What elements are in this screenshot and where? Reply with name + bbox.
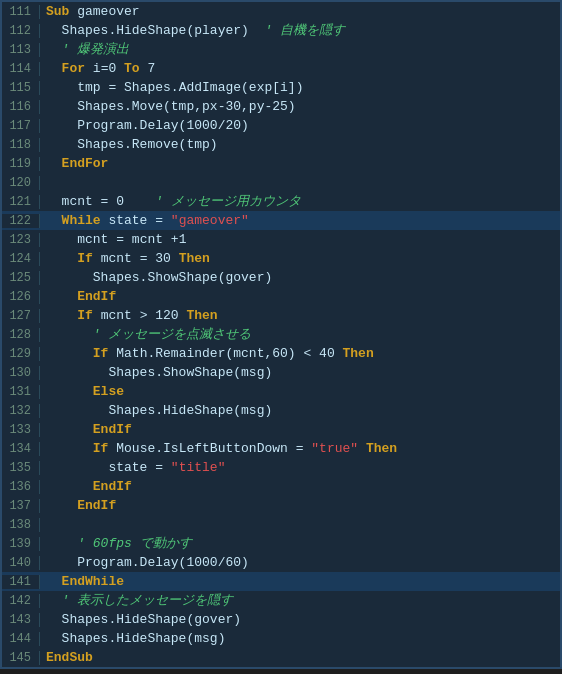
line-number: 136	[2, 480, 40, 494]
line-number: 127	[2, 309, 40, 323]
line-number: 121	[2, 195, 40, 209]
line-code: ' 表示したメッセージを隠す	[40, 591, 560, 610]
line-code: EndIf	[40, 420, 560, 439]
line-code	[40, 515, 560, 534]
line-code: Shapes.HideShape(msg)	[40, 629, 560, 648]
code-line-127: 127 If mcnt > 120 Then	[2, 306, 560, 325]
line-number: 141	[2, 575, 40, 589]
line-code: Shapes.ShowShape(msg)	[40, 363, 560, 382]
line-number: 131	[2, 385, 40, 399]
code-line-125: 125 Shapes.ShowShape(gover)	[2, 268, 560, 287]
line-code: EndIf	[40, 496, 560, 515]
code-line-112: 112 Shapes.HideShape(player) ' 自機を隠す	[2, 21, 560, 40]
line-code: EndIf	[40, 287, 560, 306]
line-number: 137	[2, 499, 40, 513]
code-line-140: 140 Program.Delay(1000/60)	[2, 553, 560, 572]
line-code: state = "title"	[40, 458, 560, 477]
line-number: 132	[2, 404, 40, 418]
line-number: 140	[2, 556, 40, 570]
code-line-144: 144 Shapes.HideShape(msg)	[2, 629, 560, 648]
line-number: 144	[2, 632, 40, 646]
line-code: Shapes.HideShape(msg)	[40, 401, 560, 420]
line-code: Else	[40, 382, 560, 401]
line-code: ' メッセージを点滅させる	[40, 325, 560, 344]
code-line-124: 124 If mcnt = 30 Then	[2, 249, 560, 268]
code-line-128: 128 ' メッセージを点滅させる	[2, 325, 560, 344]
code-line-115: 115 tmp = Shapes.AddImage(exp[i])	[2, 78, 560, 97]
line-code: If Math.Remainder(mcnt,60) < 40 Then	[40, 344, 560, 363]
line-number: 112	[2, 24, 40, 38]
code-line-120: 120	[2, 173, 560, 192]
line-number: 113	[2, 43, 40, 57]
code-line-139: 139 ' 60fps で動かす	[2, 534, 560, 553]
code-line-137: 137 EndIf	[2, 496, 560, 515]
line-code: Shapes.ShowShape(gover)	[40, 268, 560, 287]
line-number: 139	[2, 537, 40, 551]
line-number: 114	[2, 62, 40, 76]
line-code: EndSub	[40, 648, 560, 667]
line-code: If mcnt > 120 Then	[40, 306, 560, 325]
line-number: 130	[2, 366, 40, 380]
line-code: Sub gameover	[40, 2, 560, 21]
code-line-143: 143 Shapes.HideShape(gover)	[2, 610, 560, 629]
line-number: 117	[2, 119, 40, 133]
line-code: For i=0 To 7	[40, 59, 560, 78]
code-line-133: 133 EndIf	[2, 420, 560, 439]
line-code: EndWhile	[40, 572, 560, 591]
line-code: EndIf	[40, 477, 560, 496]
line-number: 142	[2, 594, 40, 608]
line-number: 124	[2, 252, 40, 266]
code-line-136: 136 EndIf	[2, 477, 560, 496]
line-code: Program.Delay(1000/60)	[40, 553, 560, 572]
line-code: If Mouse.IsLeftButtonDown = "true" Then	[40, 439, 560, 458]
line-code: mcnt = mcnt +1	[40, 230, 560, 249]
line-number: 115	[2, 81, 40, 95]
code-line-111: 111 Sub gameover	[2, 2, 560, 21]
line-code: tmp = Shapes.AddImage(exp[i])	[40, 78, 560, 97]
line-number: 128	[2, 328, 40, 342]
line-number: 123	[2, 233, 40, 247]
line-number: 129	[2, 347, 40, 361]
code-line-130: 130 Shapes.ShowShape(msg)	[2, 363, 560, 382]
code-line-126: 126 EndIf	[2, 287, 560, 306]
line-number: 125	[2, 271, 40, 285]
code-line-116: 116 Shapes.Move(tmp,px-30,py-25)	[2, 97, 560, 116]
line-number: 138	[2, 518, 40, 532]
line-code: Program.Delay(1000/20)	[40, 116, 560, 135]
line-code: ' 60fps で動かす	[40, 534, 560, 553]
code-line-142: 142 ' 表示したメッセージを隠す	[2, 591, 560, 610]
code-line-119: 119 EndFor	[2, 154, 560, 173]
code-line-135: 135 state = "title"	[2, 458, 560, 477]
line-code: Shapes.HideShape(player) ' 自機を隠す	[40, 21, 560, 40]
code-line-129: 129 If Math.Remainder(mcnt,60) < 40 Then	[2, 344, 560, 363]
code-line-122: 122 While state = "gameover"	[2, 211, 560, 230]
line-code: Shapes.Remove(tmp)	[40, 135, 560, 154]
line-code: mcnt = 0 ' メッセージ用カウンタ	[40, 192, 560, 211]
line-number: 116	[2, 100, 40, 114]
code-line-132: 132 Shapes.HideShape(msg)	[2, 401, 560, 420]
code-line-123: 123 mcnt = mcnt +1	[2, 230, 560, 249]
line-number: 135	[2, 461, 40, 475]
line-number: 120	[2, 176, 40, 190]
code-line-118: 118 Shapes.Remove(tmp)	[2, 135, 560, 154]
code-line-121: 121 mcnt = 0 ' メッセージ用カウンタ	[2, 192, 560, 211]
code-editor: 111 Sub gameover 112 Shapes.HideShape(pl…	[0, 0, 562, 669]
line-code: While state = "gameover"	[40, 211, 560, 230]
code-line-131: 131 Else	[2, 382, 560, 401]
line-number: 122	[2, 214, 40, 228]
line-code: Shapes.Move(tmp,px-30,py-25)	[40, 97, 560, 116]
code-line-138: 138	[2, 515, 560, 534]
line-number: 111	[2, 5, 40, 19]
line-number: 118	[2, 138, 40, 152]
line-number: 126	[2, 290, 40, 304]
line-code: Shapes.HideShape(gover)	[40, 610, 560, 629]
code-line-134: 134 If Mouse.IsLeftButtonDown = "true" T…	[2, 439, 560, 458]
line-number: 143	[2, 613, 40, 627]
line-number: 133	[2, 423, 40, 437]
code-line-141: 141 EndWhile	[2, 572, 560, 591]
line-number: 134	[2, 442, 40, 456]
line-code: EndFor	[40, 154, 560, 173]
line-number: 145	[2, 651, 40, 665]
code-line-114: 114 For i=0 To 7	[2, 59, 560, 78]
code-line-113: 113 ' 爆発演出	[2, 40, 560, 59]
